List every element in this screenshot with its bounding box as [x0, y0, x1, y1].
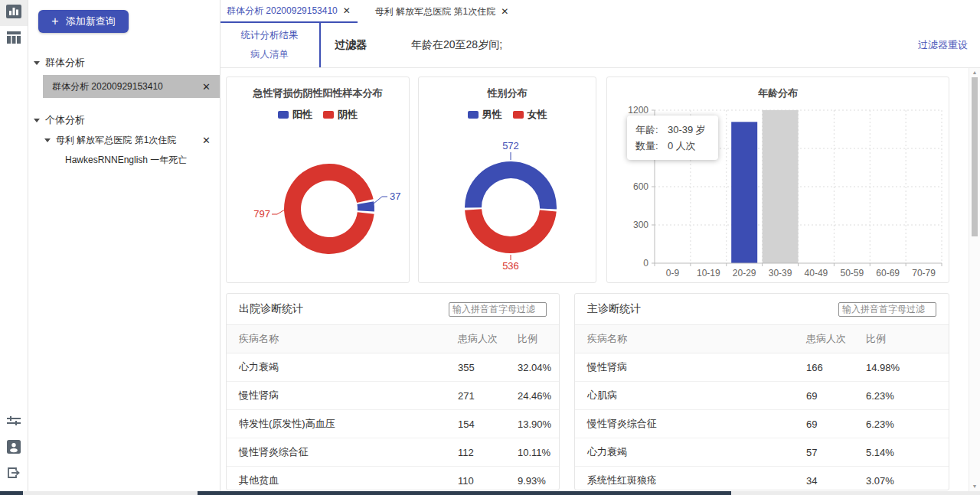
- column-header: 比例: [518, 332, 547, 346]
- tree-group-label: 群体分析: [45, 56, 85, 70]
- table-cell: 心肌病: [587, 389, 806, 402]
- vertical-scrollbar-thumb[interactable]: [972, 77, 978, 236]
- table-cell: 14.98%: [866, 362, 936, 373]
- table-cell: 271: [458, 390, 518, 402]
- vertical-scrollbar[interactable]: ▲ ▼: [969, 68, 980, 491]
- gender-donut-chart[interactable]: 572536: [419, 77, 597, 284]
- tune-icon: [7, 415, 21, 430]
- tree-item-population-query[interactable]: 群体分析 20200929153410 ✕: [43, 75, 220, 98]
- rail-item-table-view[interactable]: [0, 26, 28, 52]
- table-cell: 6.23%: [866, 390, 936, 402]
- subtab-patient-list[interactable]: 病人清单: [250, 48, 289, 61]
- close-icon[interactable]: ✕: [202, 81, 211, 93]
- scroll-up-icon[interactable]: ▲: [969, 68, 980, 77]
- donut-slice-阳性[interactable]: [357, 201, 374, 211]
- sub-header: 统计分析结果 病人清单 过滤器 年龄在20至28岁间; 过滤器重设: [220, 23, 980, 68]
- filter-reset-link[interactable]: 过滤器重设: [918, 38, 968, 52]
- table-cell: 慢性肾病: [239, 389, 458, 402]
- table-row: 慢性肾炎综合征696.23%: [575, 410, 949, 438]
- table-title: 出院诊断统计: [239, 302, 303, 316]
- slice-value-label: 797: [253, 208, 270, 220]
- x-tick-label: 40-49: [805, 268, 828, 278]
- donut-slice-女性[interactable]: [465, 209, 557, 253]
- x-tick-label: 70-79: [912, 268, 936, 278]
- x-tick-label: 10-19: [697, 268, 720, 278]
- tooltip-row: 数量:0 人次: [635, 138, 706, 154]
- add-new-query-button[interactable]: + 添加新查询: [38, 10, 129, 33]
- table-cell: 154: [458, 418, 518, 430]
- donut-slice-男性[interactable]: [465, 161, 557, 209]
- chart-tooltip: 年龄:30-39 岁数量:0 人次: [627, 116, 718, 160]
- query-sidebar: + 添加新查询 群体分析 群体分析 20200929153410 ✕ 个体分析 …: [28, 0, 220, 495]
- tree-item-label: 母利 解放军总医院 第1次住院: [56, 134, 176, 147]
- tab-individual-analysis[interactable]: 母利 解放军总医院 第1次住院 ✕: [368, 0, 515, 23]
- horizontal-scrollbar-thumb-left[interactable]: [0, 491, 23, 495]
- tab-population-analysis[interactable]: 群体分析 20200929153410 ✕: [220, 0, 358, 23]
- tooltip-label: 年龄:: [635, 122, 668, 138]
- tooltip-value: 30-39 岁: [668, 124, 706, 135]
- tree-group-individual[interactable]: 个体分析: [28, 110, 220, 130]
- column-header: 疾病名称: [587, 332, 806, 346]
- tree-item-model-result[interactable]: HawkesRNNEnglish 一年死亡: [28, 150, 220, 170]
- table-header: 疾病名称患病人次比例: [227, 324, 559, 353]
- rail-item-chart-analysis[interactable]: [0, 0, 28, 26]
- close-icon[interactable]: ✕: [202, 135, 211, 146]
- rail-item-logout[interactable]: [0, 461, 28, 487]
- slice-value-label: 572: [502, 140, 519, 151]
- table-cell: 57: [806, 447, 866, 458]
- filter-bar: 过滤器 年龄在20至28岁间; 过滤器重设: [335, 23, 968, 67]
- column-header: 比例: [866, 332, 936, 346]
- table-row: 慢性肾病27124.46%: [227, 382, 559, 410]
- card-discharge-diagnosis-stats: 出院诊断统计 疾病名称患病人次比例 心力衰竭35532.04%慢性肾病27124…: [226, 293, 560, 490]
- table-row: 心力衰竭35532.04%: [227, 353, 559, 382]
- table-cell: 9.93%: [518, 475, 547, 487]
- table-header-row: 疾病名称患病人次比例: [575, 324, 949, 353]
- table-cell: 慢性肾炎综合征: [239, 445, 458, 459]
- table-cell: 13.90%: [518, 418, 551, 430]
- table-cell: 34: [806, 475, 866, 487]
- table-cell: 其他贫血: [239, 474, 458, 487]
- x-tick-label: 20-29: [733, 268, 756, 278]
- query-tree: 群体分析 群体分析 20200929153410 ✕ 个体分析 母利 解放军总医…: [28, 53, 220, 170]
- card-primary-diagnosis-stats: 主诊断统计 疾病名称患病人次比例 慢性肾病16614.98%心肌病696.23%…: [574, 293, 949, 490]
- x-tick-label: 50-59: [840, 268, 864, 278]
- table-row: 心肌病696.23%: [575, 382, 949, 410]
- tab-label: 母利 解放军总医院 第1次住院: [375, 5, 495, 18]
- close-icon[interactable]: ✕: [343, 5, 351, 16]
- main-area: 群体分析 20200929153410 ✕ 母利 解放军总医院 第1次住院 ✕ …: [220, 0, 980, 495]
- table-header: 疾病名称患病人次比例: [575, 324, 949, 353]
- column-header: 疾病名称: [239, 332, 458, 346]
- x-tick-label: 60-69: [876, 268, 900, 278]
- logout-icon: [7, 467, 21, 482]
- pinyin-filter-input[interactable]: [838, 302, 936, 317]
- aki-donut-chart[interactable]: 37797: [227, 77, 410, 284]
- icon-rail: [0, 0, 28, 495]
- rail-item-tune[interactable]: [0, 409, 28, 435]
- tree-group-population[interactable]: 群体分析: [28, 53, 220, 73]
- table-cell: 32.04%: [518, 362, 551, 373]
- rail-item-account[interactable]: [0, 435, 28, 461]
- table-body: 慢性肾病16614.98%心肌病696.23%慢性肾炎综合征696.23%心力衰…: [575, 353, 949, 495]
- horizontal-scrollbar-thumb[interactable]: [198, 491, 731, 495]
- table-row: 特发性(原发性)高血压15413.90%: [227, 410, 559, 438]
- table-cell: 慢性肾病: [587, 360, 806, 374]
- subtab-statistics-result[interactable]: 统计分析结果: [241, 29, 299, 42]
- plus-icon: +: [51, 15, 58, 28]
- table-cell: 166: [806, 362, 866, 373]
- pinyin-filter-input[interactable]: [449, 302, 547, 317]
- y-tick-label: 0: [643, 258, 648, 269]
- table-cell: 355: [458, 362, 518, 373]
- tree-item-individual-query[interactable]: 母利 解放军总医院 第1次住院 ✕: [28, 130, 220, 150]
- slice-value-label: 536: [502, 260, 519, 272]
- add-new-query-label: 添加新查询: [66, 15, 116, 28]
- chart-analysis-icon: [6, 5, 21, 21]
- bar-20-29[interactable]: [731, 122, 757, 263]
- age-bar-chart[interactable]: 030060090012000-910-1920-2930-3940-4950-…: [607, 77, 950, 284]
- close-icon[interactable]: ✕: [501, 6, 508, 17]
- horizontal-scrollbar[interactable]: [0, 491, 980, 495]
- caret-down-icon: [34, 119, 40, 122]
- table-row: 慢性肾病16614.98%: [575, 353, 949, 382]
- tree-group-label: 个体分析: [45, 113, 85, 127]
- scroll-down-icon[interactable]: ▼: [969, 482, 980, 491]
- tree-item-label: HawkesRNNEnglish 一年死亡: [65, 154, 187, 167]
